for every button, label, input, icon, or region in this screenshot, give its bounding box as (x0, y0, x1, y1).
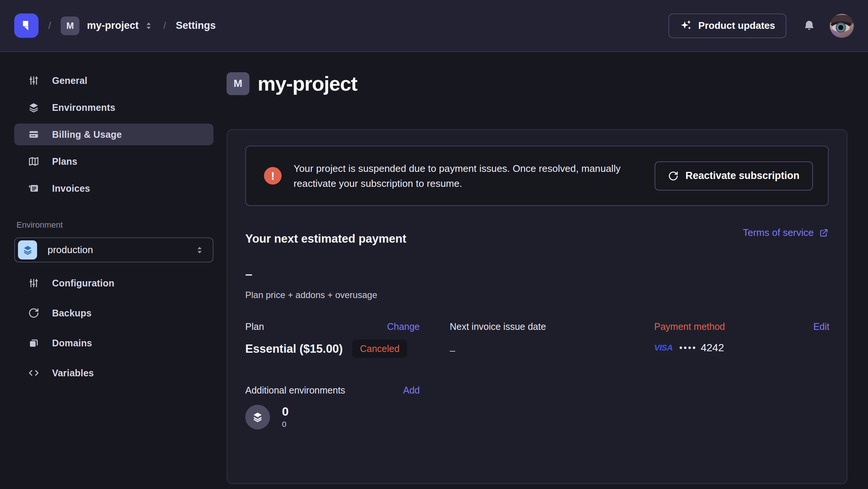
product-updates-button[interactable]: Product updates (668, 13, 786, 38)
sidebar-item-plans[interactable]: Plans (14, 151, 213, 172)
sidebar-label: Environments (52, 102, 115, 113)
sparkles-icon (680, 19, 692, 32)
breadcrumb-project-avatar[interactable]: M (61, 16, 79, 35)
plan-column: Plan Change Essential ($15.00) Canceled (245, 321, 420, 358)
terms-of-service-link[interactable]: Terms of service (743, 227, 829, 239)
breadcrumb-project-name[interactable]: my-project (87, 20, 139, 31)
suspension-message: Your project is suspended due to payment… (294, 161, 642, 191)
next-payment-heading: Your next estimated payment (245, 232, 406, 246)
environments-count-avatar (245, 405, 270, 429)
code-icon (28, 367, 41, 379)
sidebar-label: Invoices (52, 183, 90, 194)
page-title: my-project (258, 72, 357, 95)
billing-card: ! Your project is suspended due to payme… (227, 129, 847, 484)
top-navbar: / M my-project / Settings Product update… (0, 0, 868, 52)
sidebar-item-backups[interactable]: Backups (14, 302, 213, 324)
change-plan-link[interactable]: Change (387, 321, 420, 332)
sidebar-label: Variables (52, 368, 94, 379)
brand-logo-icon (19, 18, 34, 34)
sidebar-item-configuration[interactable]: Configuration (14, 272, 213, 294)
sliders-icon (28, 75, 41, 86)
sidebar-label: Plans (52, 156, 78, 167)
breadcrumb-separator-2: / (163, 20, 166, 31)
invoice-column: Next invoice issue date – (450, 321, 624, 358)
alert-icon: ! (264, 167, 282, 185)
payment-method-label: Payment method (654, 321, 725, 332)
plan-status-badge: Canceled (352, 340, 407, 358)
environments-sub-count: 0 (282, 420, 289, 428)
estimated-amount-value: – (245, 267, 829, 280)
plan-value: Essential ($15.00) (245, 342, 343, 356)
settings-sidebar: General Environments Billing & Usage (0, 52, 228, 392)
sidebar-item-variables[interactable]: Variables (14, 362, 213, 384)
breadcrumb-settings[interactable]: Settings (176, 20, 216, 31)
notifications-bell-icon[interactable] (803, 19, 816, 32)
terms-of-service-label: Terms of service (743, 227, 814, 239)
environments-count: 0 (282, 406, 289, 417)
sidebar-label: Backups (52, 308, 92, 319)
next-invoice-label: Next invoice issue date (450, 321, 546, 332)
visa-logo: VISA (654, 343, 673, 353)
environment-layers-icon (18, 240, 37, 259)
layers-icon (28, 102, 41, 113)
sidebar-item-domains[interactable]: Domains (14, 332, 213, 354)
rotate-cw-icon (28, 307, 41, 319)
invoice-icon (28, 183, 41, 194)
environment-section-label: Environment (16, 220, 213, 230)
environment-selector-value: production (48, 244, 93, 256)
user-avatar[interactable] (830, 14, 854, 38)
brand-logo[interactable] (14, 13, 39, 38)
suspension-banner: ! Your project is suspended due to payme… (245, 146, 829, 206)
external-link-icon (819, 228, 829, 238)
breadcrumb-separator: / (48, 20, 51, 31)
sidebar-item-environments[interactable]: Environments (14, 97, 213, 118)
sliders-icon (28, 277, 41, 289)
environment-selector-chevrons-icon (195, 245, 204, 255)
estimated-amount-formula: Plan price + addons + overusage (245, 290, 829, 300)
rotate-cw-icon (668, 171, 679, 181)
sidebar-item-billing-usage[interactable]: Billing & Usage (14, 124, 213, 145)
project-switcher-chevrons-icon[interactable] (144, 21, 154, 31)
payment-method-column: Payment method Edit VISA •••• 4242 (654, 321, 829, 358)
additional-environments-section: Additional environments Add 0 0 (245, 385, 420, 429)
reactivate-subscription-label: Reactivate subscription (685, 170, 799, 182)
card-last4: 4242 (701, 342, 724, 354)
product-updates-label: Product updates (698, 20, 775, 31)
reactivate-subscription-button[interactable]: Reactivate subscription (655, 161, 813, 191)
next-invoice-value: – (450, 345, 624, 356)
environment-selector[interactable]: production (14, 237, 213, 262)
plan-label: Plan (245, 321, 264, 332)
page-header: M my-project (227, 72, 357, 95)
sidebar-label: Configuration (52, 278, 114, 289)
project-avatar: M (227, 72, 249, 95)
sidebar-item-general[interactable]: General (14, 70, 213, 91)
sidebar-item-invoices[interactable]: Invoices (14, 177, 213, 199)
sidebar-label: Domains (52, 338, 92, 349)
card-masked-digits: •••• (679, 343, 697, 353)
map-icon (28, 156, 41, 167)
credit-card-icon (28, 129, 41, 140)
layers-icon (251, 411, 264, 423)
stack-copy-icon (28, 337, 41, 349)
edit-payment-method-link[interactable]: Edit (813, 321, 829, 332)
sidebar-label: Billing & Usage (52, 129, 122, 140)
additional-environments-label: Additional environments (245, 385, 345, 396)
add-environment-link[interactable]: Add (403, 385, 420, 396)
billing-info-grid: Plan Change Essential ($15.00) Canceled … (245, 321, 829, 358)
app-window: / M my-project / Settings Product update… (0, 0, 868, 489)
sidebar-label: General (52, 75, 88, 86)
